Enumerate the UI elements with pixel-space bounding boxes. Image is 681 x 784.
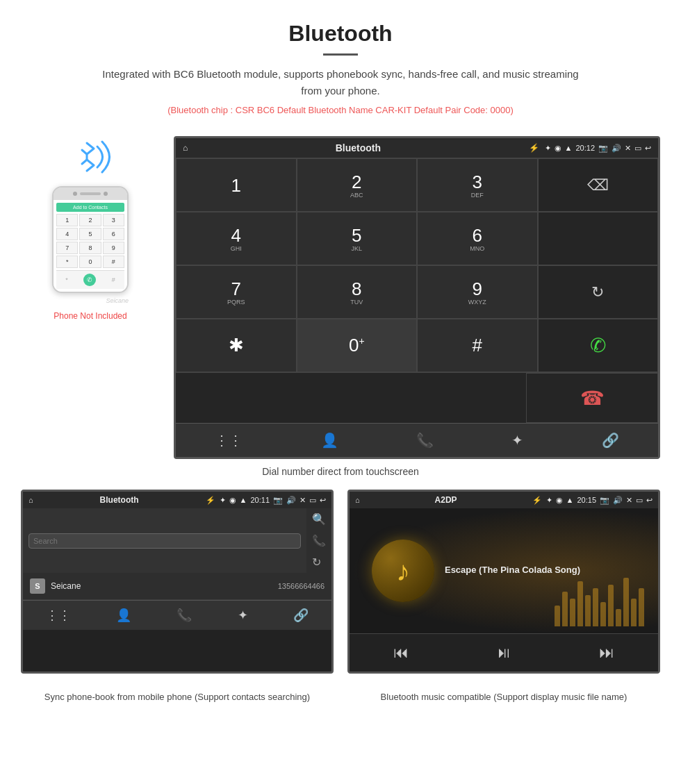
bt-icon: ✦: [545, 144, 551, 153]
dial-key-8[interactable]: 8TUV: [297, 265, 418, 319]
pb-nav-grid[interactable]: ⋮⋮: [46, 608, 71, 623]
pb-phone-side-icon[interactable]: 📞: [306, 530, 331, 551]
dial-key-4[interactable]: 4GHI: [176, 212, 297, 265]
phone-key-9: 9: [103, 242, 124, 254]
pb-search-icon[interactable]: 🔍: [306, 508, 331, 530]
music-win-icon[interactable]: ▭: [636, 496, 643, 505]
pb-status-icons: ✦ ◉ ▲ 20:11 📷 🔊 ✕ ▭ ↩: [220, 496, 326, 505]
location-icon: ◉: [555, 144, 561, 153]
bottom-caption-right: Bluetooth music compatible (Support disp…: [347, 685, 660, 704]
phone-screen: Add to Contacts 1 2 3 4 5 6 7 8 9 * 0 #: [54, 200, 127, 292]
dial-grid: 1 2ABC 3DEF ⌫ 4GHI 5JKL 6MNO 7PQRS 8TUV …: [176, 158, 658, 372]
pb-contact-name: Seicane: [51, 581, 272, 591]
back-icon[interactable]: ↩: [645, 144, 651, 153]
nav-phone-icon[interactable]: 📞: [416, 432, 434, 449]
music-home-icon[interactable]: ⌂: [355, 496, 360, 504]
usb-icon: ⚡: [529, 143, 539, 153]
music-x-icon[interactable]: ✕: [626, 496, 632, 505]
music-status-bar: ⌂ A2DP ⚡ ✦ ◉ ▲ 20:15 📷 🔊 ✕ ▭ ↩: [350, 492, 658, 508]
phone-dial-grid: 1 2 3 4 5 6 7 8 9 * 0 #: [56, 214, 124, 268]
music-usb-icon: ⚡: [532, 496, 542, 505]
music-status-icons: ✦ ◉ ▲ 20:15 📷 🔊 ✕ ▭ ↩: [546, 496, 653, 505]
dial-refresh-key[interactable]: ↻: [538, 265, 659, 319]
eq-bar-11: [631, 599, 637, 626]
skip-forward-button[interactable]: ⏭: [599, 644, 614, 662]
phonebook-panel: ⌂ Bluetooth ⚡ ✦ ◉ ▲ 20:11 📷 🔊 ✕ ▭ ↩: [21, 490, 334, 674]
nav-bluetooth-icon[interactable]: ✦: [511, 432, 523, 449]
skip-back-button[interactable]: ⏮: [393, 644, 409, 662]
pb-side-icons: 🔍 📞 ↻: [306, 508, 331, 573]
bottom-caption-left: Sync phone-book from mobile phone (Suppo…: [21, 685, 334, 704]
pb-search-area: 🔍 📞 ↻: [23, 508, 331, 573]
pb-back-icon[interactable]: ↩: [320, 496, 326, 505]
eq-bar-8: [608, 585, 614, 626]
pb-refresh-icon[interactable]: ↻: [306, 551, 331, 573]
description-text: Integrated with BC6 Bluetooth module, su…: [97, 66, 584, 99]
page-header: Bluetooth Integrated with BC6 Bluetooth …: [0, 0, 681, 136]
nav-grid-icon[interactable]: ⋮⋮: [215, 432, 243, 449]
phone-bottom-bar: * ✆ #: [56, 270, 124, 289]
nav-person-icon[interactable]: 👤: [321, 432, 338, 449]
dial-key-7[interactable]: 7PQRS: [176, 265, 297, 319]
nav-link-icon[interactable]: 🔗: [602, 432, 619, 449]
pb-nav-person[interactable]: 👤: [116, 608, 131, 623]
dial-call-green-key[interactable]: ✆: [538, 319, 659, 372]
pb-contact-number: 13566664466: [278, 582, 325, 590]
pb-home-icon[interactable]: ⌂: [28, 496, 33, 504]
pb-x-icon[interactable]: ✕: [300, 496, 306, 505]
eq-bar-7: [600, 602, 606, 626]
window-icon[interactable]: ▭: [634, 144, 641, 153]
dial-key-0[interactable]: 0+: [297, 319, 418, 372]
music-wifi-icon: ▲: [566, 496, 574, 504]
phone-side: Add to Contacts 1 2 3 4 5 6 7 8 9 * 0 #: [21, 136, 160, 321]
phone-not-included-label: Phone Not Included: [54, 311, 126, 321]
music-panel: ⌂ A2DP ⚡ ✦ ◉ ▲ 20:15 📷 🔊 ✕ ▭ ↩: [347, 490, 660, 674]
pb-title: Bluetooth: [38, 495, 202, 505]
pb-win-icon[interactable]: ▭: [309, 496, 316, 505]
music-back-icon[interactable]: ↩: [646, 496, 653, 505]
dial-key-star[interactable]: ✱: [176, 319, 297, 372]
phone-key-5: 5: [79, 228, 101, 240]
phonebook-caption-line1: Sync phone-book from mobile phone (Suppo…: [44, 692, 310, 702]
eq-bar-10: [623, 578, 629, 626]
time-display: 20:12: [575, 144, 595, 152]
camera-icon: 📷: [598, 144, 608, 153]
dial-key-9[interactable]: 9WXYZ: [417, 265, 538, 319]
close-icon[interactable]: ✕: [625, 144, 631, 153]
dial-key-3[interactable]: 3DEF: [417, 158, 538, 212]
pb-search-input[interactable]: [28, 533, 301, 549]
car-screen: ⌂ Bluetooth ⚡ ✦ ◉ ▲ 20:12 📷 🔊 ✕ ▭ ↩: [174, 136, 660, 459]
pb-time: 20:11: [250, 496, 270, 504]
page-title: Bluetooth: [14, 21, 667, 47]
dial-backspace-key[interactable]: ⌫: [538, 158, 659, 212]
dial-key-2[interactable]: 2ABC: [297, 158, 418, 212]
bottom-panels: ⌂ Bluetooth ⚡ ✦ ◉ ▲ 20:11 📷 🔊 ✕ ▭ ↩: [0, 490, 681, 674]
pb-avatar: S: [30, 578, 45, 594]
phone-key-6: 6: [103, 228, 124, 240]
phone-call-button[interactable]: ✆: [83, 274, 96, 286]
page-wrapper: Bluetooth Integrated with BC6 Bluetooth …: [0, 0, 681, 704]
dial-key-1[interactable]: 1: [176, 158, 297, 212]
play-pause-button[interactable]: ⏯: [496, 644, 511, 662]
volume-icon: 🔊: [612, 144, 621, 153]
music-cam-icon: 📷: [600, 496, 609, 505]
phone-key-7: 7: [56, 242, 78, 254]
pb-nav-phone[interactable]: 📞: [177, 608, 192, 623]
music-note-icon: ♪: [396, 556, 410, 587]
eq-bar-12: [639, 588, 644, 626]
bt-signal-area: [63, 136, 118, 181]
pb-status-bar: ⌂ Bluetooth ⚡ ✦ ◉ ▲ 20:11 📷 🔊 ✕ ▭ ↩: [23, 492, 331, 508]
dial-key-6[interactable]: 6MNO: [417, 212, 538, 265]
watermark-area: Seicane: [52, 293, 129, 306]
dial-key-5[interactable]: 5JKL: [297, 212, 418, 265]
pb-nav-bluetooth[interactable]: ✦: [238, 608, 248, 623]
wifi-icon: ▲: [565, 144, 573, 152]
dial-key-hash[interactable]: #: [417, 319, 538, 372]
dial-empty-r2: [538, 212, 659, 265]
phone-dot: [73, 192, 77, 196]
dial-call-red-key[interactable]: ☎: [526, 373, 658, 423]
home-icon[interactable]: ⌂: [183, 143, 188, 153]
music-time: 20:15: [577, 496, 596, 504]
phone-key-2: 2: [79, 214, 101, 226]
pb-nav-link[interactable]: 🔗: [293, 608, 309, 623]
